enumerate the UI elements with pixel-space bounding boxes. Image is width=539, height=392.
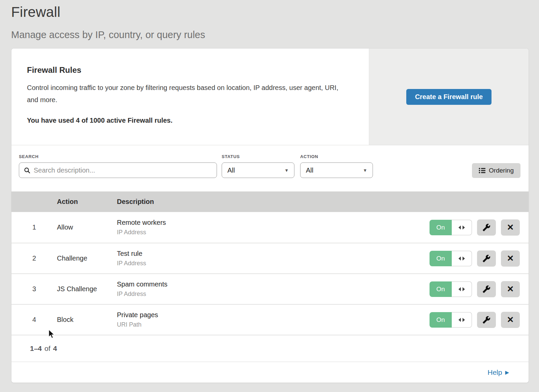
table-row: 3 JS Challenge Spam comments IP Address … [11, 273, 529, 304]
rule-description: Spam comments [117, 280, 412, 288]
wrench-icon [482, 254, 490, 263]
edit-rule-button[interactable] [477, 312, 496, 328]
delete-rule-button[interactable]: ✕ [501, 219, 520, 236]
description-column-header: Description [117, 198, 412, 206]
rule-match-type: IP Address [117, 291, 412, 298]
edit-rule-button[interactable] [477, 219, 496, 236]
action-selected-value: All [306, 167, 313, 174]
delete-rule-button[interactable]: ✕ [501, 250, 520, 267]
table-body: 1 Allow Remote workers IP Address On [11, 212, 529, 335]
chevron-down-icon: ▼ [284, 168, 289, 173]
close-icon: ✕ [507, 254, 514, 263]
firewall-rules-card: Firewall Rules Control incoming traffic … [11, 48, 529, 383]
delete-rule-button[interactable]: ✕ [501, 312, 520, 328]
rule-enabled-toggle[interactable]: On [430, 220, 472, 235]
play-arrow-icon: ▶ [505, 369, 509, 375]
section-description: Control incoming traffic to your zone by… [27, 82, 349, 106]
toggle-arrows-icon[interactable] [452, 251, 472, 266]
close-icon: ✕ [507, 223, 514, 232]
close-icon: ✕ [507, 315, 514, 324]
search-box[interactable] [19, 162, 217, 178]
toggle-on-label: On [430, 312, 452, 328]
table-row: 2 Challenge Test rule IP Address On [11, 243, 529, 273]
rule-description-cell: Private pages URI Path [117, 311, 412, 328]
rule-priority: 1 [11, 223, 57, 231]
help-link[interactable]: Help ▶ [487, 368, 509, 376]
section-heading: Firewall Rules [27, 65, 349, 75]
toggle-on-label: On [430, 220, 452, 235]
ordering-button-label: Ordering [489, 167, 514, 174]
rule-priority: 3 [11, 285, 57, 293]
cta-panel: Create a Firewall rule [369, 49, 529, 145]
close-icon: ✕ [507, 285, 514, 293]
action-label: ACTION [300, 154, 379, 159]
rule-controls: On ✕ [412, 312, 529, 328]
rule-match-type: IP Address [117, 229, 412, 236]
rule-enabled-toggle[interactable]: On [430, 281, 472, 297]
rule-action: Challenge [57, 254, 117, 262]
ordering-button[interactable]: Ordering [472, 163, 520, 178]
rule-description-cell: Test rule IP Address [117, 250, 412, 267]
rule-controls: On ✕ [412, 250, 529, 267]
rule-priority: 4 [11, 316, 57, 324]
pagination-range: 1–4 [30, 344, 42, 353]
status-label: STATUS [222, 154, 300, 159]
table-row: 4 Block Private pages URI Path On [11, 304, 529, 335]
table-header: Action Description [11, 191, 529, 212]
table-row: 1 Allow Remote workers IP Address On [11, 212, 529, 243]
rule-description-cell: Spam comments IP Address [117, 280, 412, 298]
toggle-arrows-icon[interactable] [452, 281, 472, 297]
card-footer: Help ▶ [11, 362, 529, 383]
wrench-icon [482, 316, 490, 324]
rule-match-type: IP Address [117, 260, 412, 267]
action-column-header: Action [57, 198, 117, 206]
rule-controls: On ✕ [412, 281, 529, 297]
filter-bar: SEARCH STATUS All ▼ ACTION All ▼ [11, 145, 529, 191]
action-field-group: ACTION All ▼ [300, 154, 379, 178]
edit-rule-button[interactable] [477, 281, 496, 297]
toggle-on-label: On [430, 281, 452, 297]
page-subtitle: Manage access by IP, country, or query r… [11, 29, 539, 40]
pagination-total: 4 [53, 344, 57, 353]
rule-description: Test rule [117, 250, 412, 258]
rule-match-type: URI Path [117, 321, 412, 328]
rule-enabled-toggle[interactable]: On [430, 312, 472, 328]
chevron-down-icon: ▼ [363, 168, 367, 173]
search-label: SEARCH [19, 154, 222, 159]
page-title: Firewall [11, 4, 539, 20]
rule-priority: 2 [11, 254, 57, 262]
pagination: 1–4 of 4 [11, 335, 529, 362]
rule-description: Private pages [117, 311, 412, 319]
create-firewall-rule-button[interactable]: Create a Firewall rule [406, 89, 492, 105]
rule-controls: On ✕ [412, 219, 529, 236]
page-header: Firewall Manage access by IP, country, o… [0, 0, 539, 40]
pagination-of: of [44, 344, 51, 353]
intro-text-panel: Firewall Rules Control incoming traffic … [11, 49, 369, 145]
edit-rule-button[interactable] [477, 250, 496, 267]
toggle-arrows-icon[interactable] [452, 312, 472, 328]
status-field-group: STATUS All ▼ [222, 154, 300, 178]
status-selected-value: All [227, 167, 235, 174]
search-input[interactable] [34, 167, 212, 174]
help-link-label: Help [487, 368, 502, 376]
wrench-icon [482, 285, 490, 293]
search-field-group: SEARCH [19, 154, 222, 178]
action-select[interactable]: All ▼ [300, 162, 373, 178]
delete-rule-button[interactable]: ✕ [501, 281, 520, 297]
intro-section: Firewall Rules Control incoming traffic … [11, 49, 529, 145]
search-icon [24, 167, 30, 174]
toggle-arrows-icon[interactable] [452, 220, 472, 235]
status-select[interactable]: All ▼ [222, 162, 294, 178]
toggle-on-label: On [430, 251, 452, 266]
ordered-list-icon [479, 168, 485, 174]
rule-action: Allow [57, 223, 117, 231]
wrench-icon [482, 223, 490, 232]
rule-description-cell: Remote workers IP Address [117, 219, 412, 236]
rule-action: Block [57, 316, 117, 324]
usage-summary: You have used 4 of 1000 active Firewall … [27, 117, 349, 124]
rule-action: JS Challenge [57, 285, 117, 293]
rule-enabled-toggle[interactable]: On [430, 251, 472, 266]
rule-description: Remote workers [117, 219, 412, 227]
